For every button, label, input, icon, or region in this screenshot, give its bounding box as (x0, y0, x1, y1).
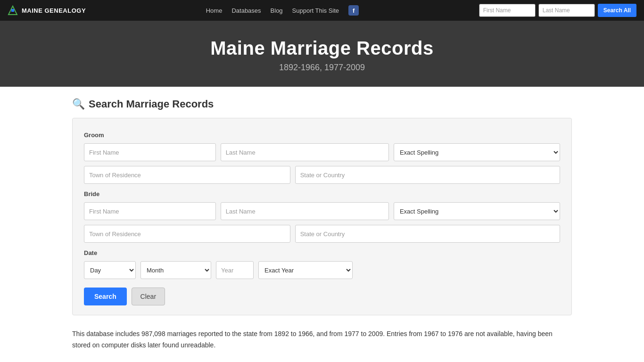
hero-title: Maine Marriage Records (9, 38, 635, 59)
facebook-icon[interactable]: f (348, 5, 359, 16)
clear-button[interactable]: Clear (132, 288, 165, 305)
groom-spelling-select[interactable]: Exact Spelling Sounds Like (Soundex) Sou… (394, 143, 560, 161)
hero-section: Maine Marriage Records 1892-1966, 1977-2… (0, 21, 644, 87)
logo-icon (8, 5, 18, 16)
bride-town-input[interactable] (84, 225, 290, 243)
form-actions: Search Clear (84, 284, 560, 305)
search-form-container: Groom Exact Spelling Sounds Like (Sounde… (72, 118, 572, 315)
bride-first-name-input[interactable] (84, 202, 216, 220)
top-navbar: MAINE GENEALOGY Home Databases Blog Supp… (0, 0, 644, 21)
search-title-text: Search Marriage Records (89, 98, 214, 110)
groom-first-name-input[interactable] (84, 143, 216, 161)
nav-home[interactable]: Home (206, 7, 223, 14)
groom-town-input[interactable] (84, 166, 290, 184)
year-input[interactable] (216, 261, 254, 279)
search-all-button[interactable]: Search All (598, 4, 636, 17)
bride-spelling-select[interactable]: Exact Spelling Sounds Like (Soundex) Sou… (394, 202, 560, 220)
global-last-name-input[interactable] (538, 4, 595, 17)
nav-blog[interactable]: Blog (271, 7, 283, 14)
bride-name-row: Exact Spelling Sounds Like (Soundex) Sou… (84, 202, 560, 220)
search-icon: 🔍 (72, 98, 85, 110)
groom-name-row: Exact Spelling Sounds Like (Soundex) Sou… (84, 143, 560, 161)
global-first-name-input[interactable] (479, 4, 536, 17)
groom-label: Groom (84, 132, 560, 139)
nav-links: Home Databases Blog Support This Site f (206, 5, 359, 16)
svg-rect-2 (11, 9, 14, 12)
month-select[interactable]: Month JanuaryFebruaryMarch AprilMayJune … (140, 261, 211, 279)
groom-state-input[interactable] (295, 166, 560, 184)
bride-label: Bride (84, 190, 560, 197)
groom-location-row (84, 166, 560, 184)
bride-last-name-input[interactable] (221, 202, 389, 220)
nav-support[interactable]: Support This Site (292, 7, 339, 14)
groom-last-name-input[interactable] (221, 143, 389, 161)
bride-location-row (84, 225, 560, 243)
info-paragraph-1: This database includes 987,098 marriages… (72, 329, 572, 351)
page-content: 🔍 Search Marriage Records Groom Exact Sp… (63, 87, 581, 362)
search-section-title: 🔍 Search Marriage Records (72, 98, 572, 110)
site-logo[interactable]: MAINE GENEALOGY (8, 5, 86, 16)
day-select[interactable]: Day 12345 678910 1112131415 1617181920 2… (84, 261, 136, 279)
global-search: Search All (479, 4, 636, 17)
nav-databases[interactable]: Databases (231, 7, 261, 14)
bride-state-input[interactable] (295, 225, 560, 243)
search-button[interactable]: Search (84, 288, 127, 305)
date-label: Date (84, 249, 560, 256)
info-paragraph-2: Great effort has been made to correct ty… (72, 360, 572, 362)
logo-text: MAINE GENEALOGY (22, 7, 86, 14)
date-row: Day 12345 678910 1112131415 1617181920 2… (84, 261, 560, 279)
exact-year-select[interactable]: Exact Year Within 1 Year Within 2 Years … (258, 261, 353, 279)
hero-subtitle: 1892-1966, 1977-2009 (9, 63, 635, 73)
